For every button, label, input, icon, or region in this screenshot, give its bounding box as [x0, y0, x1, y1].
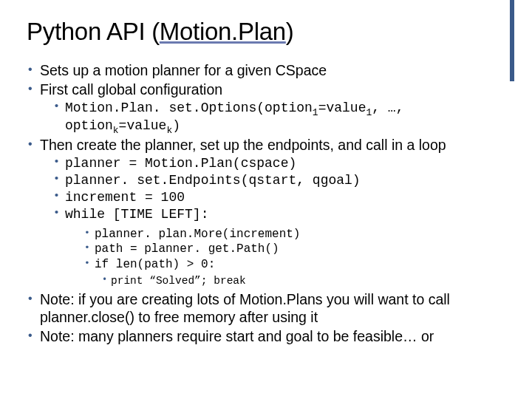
text: planner. set.Endpoints(qstart, qgoal)	[65, 173, 361, 188]
text: while [TIME LEFT]:	[65, 207, 208, 222]
slide-title: Python API (Motion.Plan)	[27, 18, 505, 46]
text: =value	[318, 100, 366, 115]
sub-sub-list: planner. plan.More(increment) path = pla…	[83, 228, 505, 273]
text: if len(path) > 0:	[95, 258, 215, 271]
bullet-item: Note: many planners require start and go…	[27, 328, 505, 346]
subscript: k	[113, 125, 119, 136]
slide: Python API (Motion.Plan) Sets up a motio…	[0, 0, 532, 399]
text: Note: many planners require start and go…	[40, 328, 434, 344]
bullet-list: Note: if you are creating lots of Motion…	[27, 291, 505, 345]
subscript: 1	[313, 106, 318, 117]
text: print “Solved”; break	[111, 275, 246, 287]
text: Motion.Plan. set.Options(option	[65, 100, 313, 115]
bullet-item: Sets up a motion planner for a given CSp…	[27, 62, 505, 80]
sub-list: Motion.Plan. set.Options(option1=value1,…	[52, 100, 505, 137]
accent-bar	[510, 0, 514, 81]
bullet-item: Then create the planner, set up the endp…	[27, 137, 505, 154]
text: Then create the planner, set up the endp…	[40, 137, 446, 153]
bullet-item: Note: if you are creating lots of Motion…	[27, 291, 505, 327]
code-line: planner. set.Endpoints(qstart, qgoal)	[52, 173, 505, 189]
text: Sets up a motion planner for a given CSp…	[40, 62, 327, 78]
text: planner = Motion.Plan(cspace)	[65, 156, 296, 171]
bullet-list: Then create the planner, set up the endp…	[27, 137, 505, 154]
text: path = planner. get.Path()	[95, 242, 279, 256]
code-line: planner = Motion.Plan(cspace)	[52, 156, 505, 172]
title-suffix: )	[286, 18, 294, 45]
text: First call global configuration	[40, 81, 222, 98]
code-line: while [TIME LEFT]:	[52, 207, 505, 223]
code-line: increment = 100	[52, 190, 505, 206]
text: planner. plan.More(increment)	[95, 228, 300, 241]
bullet-item: First call global configuration	[27, 81, 505, 99]
sub-list: planner = Motion.Plan(cspace) planner. s…	[52, 156, 505, 223]
text: )	[172, 118, 180, 133]
code-line: planner. plan.More(increment)	[83, 228, 505, 242]
title-prefix: Python API (	[27, 18, 160, 45]
sub-sub-sub-list: print “Solved”; break	[100, 275, 505, 288]
slide-body: Sets up a motion planner for a given CSp…	[27, 62, 505, 346]
code-line: Motion.Plan. set.Options(option1=value1,…	[52, 100, 505, 137]
title-link: Motion.Plan	[160, 18, 286, 45]
text: =value	[119, 118, 167, 133]
code-line: path = planner. get.Path()	[83, 242, 505, 257]
code-line: if len(path) > 0:	[83, 258, 505, 273]
code-line: print “Solved”; break	[100, 275, 505, 288]
text: increment = 100	[65, 190, 185, 205]
bullet-list: Sets up a motion planner for a given CSp…	[27, 62, 505, 99]
text: Note: if you are creating lots of Motion…	[40, 291, 450, 325]
